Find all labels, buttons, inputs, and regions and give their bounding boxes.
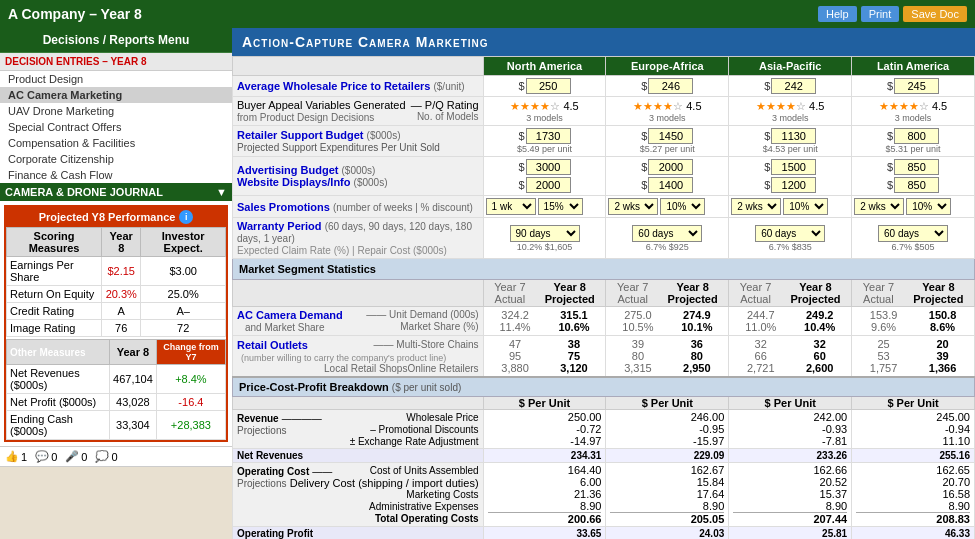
likes-item[interactable]: 👍 1 <box>5 450 27 463</box>
warranty-data-na: 10.2% $1,605 <box>486 242 604 252</box>
sales-promo-label: Sales Promotions <box>237 201 330 213</box>
mic-count: 0 <box>81 451 87 463</box>
app-header: A Company – Year 8 Help Print Save Doc <box>0 0 975 28</box>
delivery-la: 20.70 <box>856 476 970 488</box>
op-profit-ap: 25.81 <box>729 527 852 540</box>
ap-yr7-header: Year 7Actual <box>740 281 771 305</box>
retailer-input-ap[interactable] <box>771 128 816 144</box>
pcp-header-row: Price-Cost-Profit Breakdown ($ per unit … <box>233 377 975 397</box>
promo-weeks-ap[interactable]: 2 wks1 wk4 wks <box>731 198 781 215</box>
online-yr8-la: 39 <box>929 350 957 362</box>
promo-weeks-ea[interactable]: 2 wks1 wk4 wks <box>608 198 658 215</box>
warranty-select-ea[interactable]: 60 days90 days120 days <box>632 225 702 242</box>
demand-yr8-la: 150.8 <box>929 309 957 321</box>
delivery-label: Delivery Cost (shipping / import duties) <box>290 477 479 489</box>
net-rev-ea: 229.09 <box>606 449 729 463</box>
comments-item[interactable]: 💬 0 <box>35 450 57 463</box>
online-yr8-ea: 80 <box>683 350 711 362</box>
multi-yr7-la: 25 <box>870 338 898 350</box>
pcp-op-profit-row: Operating Profit 33.65 24.03 25.81 46.33 <box>233 527 975 540</box>
adv-input-ea[interactable] <box>648 159 693 175</box>
retailer-input-na[interactable] <box>526 128 571 144</box>
retailer-input-la[interactable] <box>894 128 939 144</box>
website-label: Website Displays/Info <box>237 176 351 188</box>
warranty-select-ap[interactable]: 60 days90 days120 days <box>755 225 825 242</box>
web-input-ap[interactable] <box>771 177 816 193</box>
camera-drone-journal-header[interactable]: CAMERA & DRONE JOURNAL ▼ <box>0 183 232 201</box>
pcp-region-headers: $ Per Unit $ Per Unit $ Per Unit $ Per U… <box>233 397 975 410</box>
adv-input-na[interactable] <box>526 159 571 175</box>
retailer-perunit-na: $5.49 per unit <box>486 144 604 154</box>
likes-count: 1 <box>21 451 27 463</box>
demand-row: AC Camera Demand —— Unit Demand (000s) a… <box>233 307 975 336</box>
wholesale-input-ap[interactable] <box>771 78 816 94</box>
multi-yr8-la: 20 <box>929 338 957 350</box>
chat-item[interactable]: 💭 0 <box>95 450 117 463</box>
cog-ap: 162.66 <box>733 464 847 476</box>
net-rev-ap: 233.26 <box>729 449 852 463</box>
promo-pct-ea[interactable]: 10%15%20% <box>660 198 705 215</box>
promo-pct-la[interactable]: 10%15%20% <box>906 198 951 215</box>
dollar-sign-la: $ <box>887 80 893 92</box>
cog-na: 164.40 <box>488 464 602 476</box>
multi-yr7-ap: 32 <box>747 338 775 350</box>
sidebar-item-ac-camera[interactable]: AC Camera Marketing <box>0 87 232 103</box>
adv-input-la[interactable] <box>894 159 939 175</box>
web-input-na[interactable] <box>526 177 571 193</box>
print-button[interactable]: Print <box>861 6 900 22</box>
mic-item[interactable]: 🎤 0 <box>65 450 87 463</box>
sidebar-item-corporate-citizenship[interactable]: Corporate Citizenship <box>0 151 232 167</box>
projected-performance-box: Projected Y8 Performance i Scoring Measu… <box>4 205 228 442</box>
pq-ea: ★★★★☆ 4.5 <box>608 100 726 113</box>
pcp-wholesale-na: 250.00 <box>488 411 602 423</box>
sidebar-item-compensation[interactable]: Compensation & Facilities <box>0 135 232 151</box>
info-icon[interactable]: i <box>179 210 193 224</box>
total-op-ap: 207.44 <box>733 512 847 525</box>
warranty-select-na[interactable]: 90 days60 days120 days180 days1 year <box>510 225 580 242</box>
demand-yr8-na: 315.1 <box>558 309 589 321</box>
buyer-appeal-row: Buyer Appeal Variables Generated — P/Q R… <box>233 97 975 126</box>
pcp-region-na: $ Per Unit <box>483 397 606 410</box>
promo-weeks-na[interactable]: 1 wk2 wks4 wks <box>486 198 536 215</box>
promo-pct-ap[interactable]: 10%15%20% <box>783 198 828 215</box>
sidebar-item-uav-drone[interactable]: UAV Drone Marketing <box>0 103 232 119</box>
local-yr8-na: 3,120 <box>560 362 588 374</box>
warranty-sub2: Expected Claim Rate (%) | Repair Cost ($… <box>237 245 447 256</box>
wholesale-input-na[interactable] <box>526 78 571 94</box>
promo-weeks-la[interactable]: 2 wks1 wk4 wks <box>854 198 904 215</box>
buyer-appeal-label: Buyer Appeal Variables Generated — P/Q R… <box>237 99 479 111</box>
sidebar-item-finance-cashflow[interactable]: Finance & Cash Flow <box>0 167 232 183</box>
sidebar: Decisions / Reports Menu DECISION ENTRIE… <box>0 28 232 539</box>
pq-la: ★★★★☆ 4.5 <box>854 100 972 113</box>
advertising-row: Advertising Budget ($000s) Website Displ… <box>233 157 975 196</box>
adv-input-ap[interactable] <box>771 159 816 175</box>
demand-yr7-ap: 244.7 <box>745 309 776 321</box>
web-input-la[interactable] <box>894 177 939 193</box>
share-yr8-ea: 10.1% <box>681 321 712 333</box>
wholesale-input-la[interactable] <box>894 78 939 94</box>
exchange-label: ± Exchange Rate Adjustment <box>350 436 479 447</box>
pcp-netrev-row: Net Revenues 234.31 229.09 233.26 255.16 <box>233 449 975 463</box>
save-button[interactable]: Save Doc <box>903 6 967 22</box>
help-button[interactable]: Help <box>818 6 857 22</box>
wholesale-label: Average Wholesale Price to Retailers <box>237 80 430 92</box>
wholesale-unit: ($/unit) <box>433 81 464 92</box>
perf-title-label: Projected Y8 Performance <box>39 211 176 223</box>
pcp-exchange-ea: -15.97 <box>610 435 724 447</box>
total-op-ea: 205.05 <box>610 512 724 525</box>
sidebar-item-special-contract[interactable]: Special Contract Offers <box>0 119 232 135</box>
cog-ea: 162.67 <box>610 464 724 476</box>
wholesale-row: Average Wholesale Price to Retailers ($/… <box>233 76 975 97</box>
comments-count: 0 <box>51 451 57 463</box>
sidebar-item-product-design[interactable]: Product Design <box>0 71 232 87</box>
retailer-input-ea[interactable] <box>648 128 693 144</box>
web-input-ea[interactable] <box>648 177 693 193</box>
sales-promo-row: Sales Promotions (number of weeks | % di… <box>233 196 975 218</box>
local-yr7-na: 3,880 <box>501 362 529 374</box>
pcp-title: Price-Cost-Profit Breakdown <box>239 381 389 393</box>
promo-pct-na[interactable]: 15%10%20% <box>538 198 583 215</box>
pcp-wholesale-ap: 242.00 <box>733 411 847 423</box>
warranty-select-la[interactable]: 60 days90 days120 days <box>878 225 948 242</box>
wholesale-input-ea[interactable] <box>648 78 693 94</box>
total-op-la: 208.83 <box>856 512 970 525</box>
